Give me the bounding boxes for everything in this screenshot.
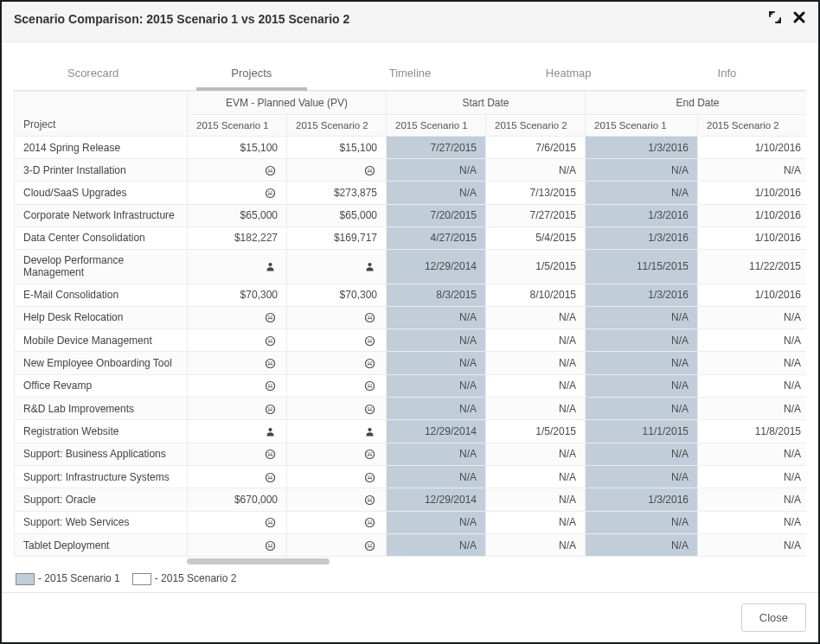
close-icon[interactable] [792, 10, 806, 28]
svg-point-37 [271, 407, 272, 408]
table-row: Develop Performance Management12/29/2014… [15, 249, 807, 284]
project-name: Help Desk Relocation [15, 306, 188, 328]
cell-ed2: 1/10/2016 [698, 182, 807, 204]
tab-projects[interactable]: Projects [172, 54, 330, 90]
svg-point-19 [271, 339, 272, 340]
cell-sd1: N/A [387, 397, 486, 419]
scrollbar-thumb[interactable] [187, 558, 330, 564]
table-row: 2014 Spring Release$15,100$15,1007/27/20… [15, 137, 807, 159]
dialog-header: Scenario Comparison: 2015 Scenario 1 vs … [2, 2, 818, 42]
na-icon [188, 397, 287, 419]
cell-pv1: $182,227 [188, 226, 287, 249]
cell-ed2: N/A [698, 397, 807, 419]
cell-sd2: 7/27/2015 [486, 204, 586, 226]
na-icon [188, 511, 287, 533]
cell-ed2: N/A [698, 533, 807, 556]
svg-point-68 [368, 544, 368, 545]
svg-point-5 [370, 169, 371, 169]
colgroup-pv: EVM - Planned Value (PV) [188, 92, 387, 115]
svg-point-56 [368, 498, 368, 499]
tab-heatmap[interactable]: Heatmap [490, 54, 648, 90]
legend: - 2015 Scenario 1 - 2015 Scenario 2 [14, 564, 806, 592]
table-row: Support: Business ApplicationsN/AN/AN/AN… [15, 443, 807, 465]
colgroup-end: End Date [586, 92, 807, 115]
close-button[interactable]: Close [741, 603, 806, 632]
project-name: 3-D Printer Installation [15, 159, 188, 182]
svg-point-33 [368, 385, 368, 386]
svg-point-50 [268, 475, 269, 476]
cell-sd2: N/A [486, 328, 586, 351]
svg-point-47 [368, 453, 368, 454]
cell-sd1: N/A [387, 182, 486, 204]
svg-point-42 [368, 428, 371, 431]
tab-scorecard[interactable]: Scorecard [14, 54, 172, 90]
cell-sd2: 7/6/2015 [486, 137, 586, 159]
na-icon [287, 397, 387, 419]
na-icon [188, 374, 287, 397]
svg-point-44 [268, 453, 269, 454]
cell-ed1: N/A [586, 159, 698, 182]
cell-sd2: N/A [486, 443, 586, 465]
table-row: Help Desk RelocationN/AN/AN/AN/A [15, 306, 807, 328]
colgroup-start: Start Date [387, 92, 586, 115]
svg-point-27 [368, 361, 368, 362]
horizontal-scrollbar[interactable] [14, 558, 806, 564]
svg-point-1 [268, 169, 269, 169]
cell-sd1: N/A [387, 443, 486, 465]
cell-ed1: N/A [586, 306, 698, 328]
na-icon [188, 465, 287, 488]
cell-sd1: 7/20/2015 [387, 204, 486, 226]
cell-sd2: N/A [486, 159, 586, 182]
cell-sd1: N/A [387, 306, 486, 328]
na-icon [287, 328, 387, 351]
person-icon [188, 249, 287, 284]
cell-ed1: 1/3/2016 [586, 226, 698, 249]
cell-ed2: N/A [698, 352, 807, 374]
na-icon [287, 533, 387, 556]
tab-info[interactable]: Info [648, 54, 806, 90]
cell-sd1: 8/3/2015 [387, 284, 486, 306]
table-row: Registration Website12/29/20141/5/201511… [15, 420, 807, 443]
svg-point-48 [370, 453, 371, 454]
cell-pv2: $65,000 [287, 204, 387, 226]
expand-icon[interactable] [768, 10, 782, 28]
legend-swatch-s2 [132, 573, 151, 585]
na-icon [188, 533, 287, 556]
table-row: Office RevampN/AN/AN/AN/A [15, 374, 807, 397]
svg-point-45 [271, 453, 272, 454]
na-icon [188, 159, 287, 182]
tab-timeline[interactable]: Timeline [330, 54, 489, 90]
tab-bar: Scorecard Projects Timeline Heatmap Info [14, 54, 806, 91]
svg-point-30 [268, 385, 269, 386]
cell-pv2: $70,300 [287, 284, 387, 306]
cell-ed1: N/A [586, 352, 698, 374]
svg-point-28 [370, 361, 371, 362]
cell-ed1: 1/3/2016 [586, 488, 698, 511]
cell-ed2: N/A [698, 488, 807, 511]
svg-point-12 [268, 316, 269, 317]
svg-point-59 [268, 521, 269, 522]
legend-s1: - 2015 Scenario 1 [16, 572, 120, 585]
cell-ed2: N/A [698, 159, 807, 182]
legend-s2: - 2015 Scenario 2 [132, 572, 237, 585]
table-row: New Employee Onboarding ToolN/AN/AN/AN/A [15, 352, 807, 374]
cell-sd1: 12/29/2014 [387, 249, 486, 284]
svg-point-66 [271, 544, 272, 545]
na-icon [287, 306, 387, 328]
project-name: Corporate Network Infrastructure [15, 204, 188, 226]
project-name: Tablet Deployment [15, 533, 188, 556]
svg-point-41 [268, 428, 272, 431]
cell-sd2: N/A [486, 488, 586, 511]
cell-sd1: N/A [387, 533, 486, 556]
svg-point-53 [368, 475, 368, 476]
cell-sd2: N/A [486, 306, 586, 328]
svg-point-57 [370, 498, 371, 499]
svg-point-9 [268, 263, 272, 266]
dialog-title: Scenario Comparison: 2015 Scenario 1 vs … [14, 12, 349, 26]
cell-sd1: 7/27/2015 [387, 137, 486, 159]
cell-sd1: N/A [387, 352, 486, 374]
dialog-body: Scorecard Projects Timeline Heatmap Info… [2, 42, 818, 592]
legend-swatch-s1 [16, 573, 35, 585]
svg-point-22 [370, 339, 371, 340]
project-name: Develop Performance Management [15, 249, 188, 284]
